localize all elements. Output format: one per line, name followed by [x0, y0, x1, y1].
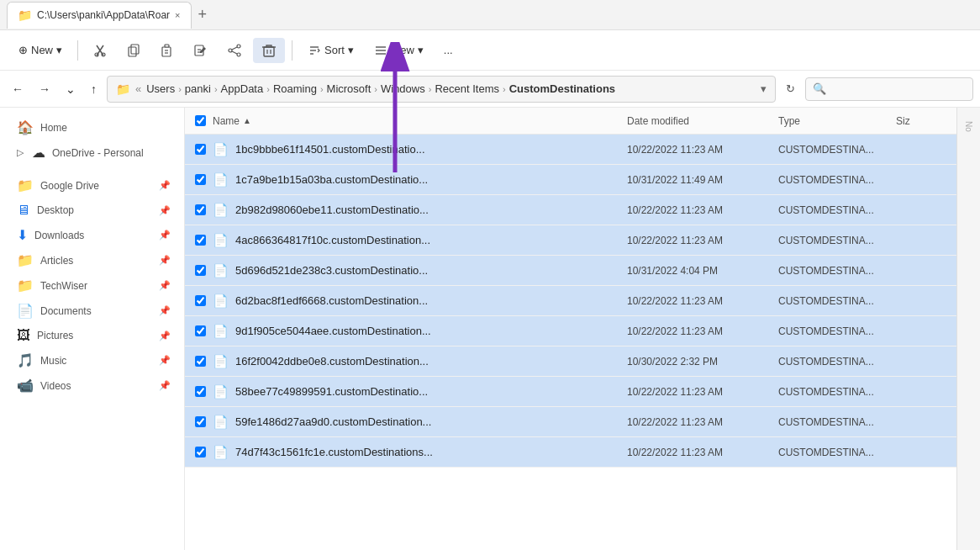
bc-windows[interactable]: Windows [381, 82, 425, 95]
rename-button[interactable] [186, 39, 216, 62]
bc-roaming[interactable]: Roaming [273, 82, 317, 95]
delete-icon [261, 43, 277, 58]
new-icon: ⊕ [18, 44, 28, 56]
new-button[interactable]: ⊕ New ▾ [10, 39, 71, 61]
bc-users[interactable]: Users [146, 82, 175, 95]
row-checkbox[interactable] [195, 325, 206, 336]
sidebar-downloads-label: Downloads [34, 230, 84, 241]
address-double-chevron: « [135, 82, 141, 95]
back-button[interactable]: ← [7, 77, 29, 101]
sidebar-item-pictures[interactable]: 🖼 Pictures 📌 [3, 324, 181, 347]
bc-panki[interactable]: panki [185, 82, 211, 95]
bc-microsoft[interactable]: Microsoft [327, 82, 371, 95]
up-button[interactable]: ↑ [86, 77, 102, 101]
sidebar-item-downloads[interactable]: ⬇ Downloads 📌 [3, 223, 181, 247]
table-row[interactable]: 📄9d1f905ce5044aee.customDestination...10… [185, 316, 956, 346]
bc-appdata[interactable]: AppData [221, 82, 264, 95]
table-row[interactable]: 📄2b982d98060ebe11.customDestinatio...10/… [185, 195, 956, 225]
file-date: 10/30/2022 2:32 PM [627, 356, 778, 368]
col-name-header[interactable]: Name ▲ [213, 115, 627, 127]
table-row[interactable]: 📄6d2bac8f1edf6668.customDestination...10… [185, 286, 956, 316]
table-row[interactable]: 📄1bc9bbbe61f14501.customDestinatio...10/… [185, 135, 956, 165]
sep5: › [374, 84, 377, 94]
sort-button[interactable]: Sort ▾ [299, 39, 362, 62]
file-date: 10/31/2022 4:04 PM [627, 265, 778, 277]
sidebar-documents-label: Documents [40, 305, 92, 317]
row-checkbox[interactable] [195, 356, 206, 367]
file-icon: 📄 [213, 415, 229, 430]
file-icon: 📄 [213, 445, 229, 460]
pin-icon-techwiser: 📌 [159, 280, 171, 291]
pin-icon-pictures: 📌 [159, 331, 171, 341]
svg-point-13 [237, 45, 240, 48]
copy-button[interactable] [119, 39, 149, 62]
table-row[interactable]: 📄74d7f43c1561fc1e.customDestinations...1… [185, 437, 956, 468]
select-all-checkbox[interactable] [195, 115, 206, 126]
row-checkbox[interactable] [195, 416, 206, 427]
col-type-header[interactable]: Type [778, 115, 896, 127]
sidebar-techwiser-label: TechWiser [40, 280, 87, 292]
file-icon: 📄 [213, 263, 229, 278]
cut-button[interactable] [85, 39, 115, 62]
documents-icon: 📄 [17, 303, 34, 319]
pin-icon-googledrive: 📌 [159, 180, 171, 191]
row-checkbox[interactable] [195, 295, 206, 306]
svg-point-14 [229, 49, 232, 52]
address-bar[interactable]: 📁 « Users › panki › AppData › Roaming › … [107, 76, 776, 103]
sidebar-item-techwiser[interactable]: 📁 TechWiser 📌 [3, 273, 181, 298]
table-row[interactable]: 📄59fe1486d27aa9d0.customDestination...10… [185, 407, 956, 437]
table-row[interactable]: 📄16f2f0042ddbe0e8.customDestination...10… [185, 346, 956, 377]
sidebar-googledrive-label: Google Drive [40, 180, 99, 192]
row-checkbox[interactable] [195, 174, 206, 185]
row-checkbox[interactable] [195, 447, 206, 457]
row-checkbox[interactable] [195, 144, 206, 155]
search-box[interactable]: 🔍 [805, 77, 973, 101]
bc-customdest[interactable]: CustomDestinations [509, 82, 615, 95]
bc-recentitems[interactable]: Recent Items [435, 82, 499, 95]
sidebar-item-articles[interactable]: 📁 Articles 📌 [3, 248, 181, 272]
file-icon: 📄 [213, 233, 229, 248]
table-row[interactable]: 📄1c7a9be1b15a03ba.customDestinatio...10/… [185, 165, 956, 195]
sidebar-item-desktop[interactable]: 🖥 Desktop 📌 [3, 198, 181, 222]
sidebar-item-googledrive[interactable]: 📁 Google Drive 📌 [3, 173, 181, 198]
toolbar-separator-1 [77, 40, 78, 61]
file-date: 10/22/2022 11:23 AM [627, 447, 778, 458]
refresh-button[interactable]: ↻ [781, 77, 800, 100]
tab-close-button[interactable]: × [175, 10, 180, 20]
sidebar-music-label: Music [40, 355, 66, 367]
new-tab-button[interactable]: + [192, 3, 214, 27]
sidebar-item-documents[interactable]: 📄 Documents 📌 [3, 299, 181, 323]
table-row[interactable]: 📄4ac866364817f10c.customDestination...10… [185, 225, 956, 256]
table-row[interactable]: 📄58bee77c49899591.customDestinatio...10/… [185, 377, 956, 407]
browser-tab[interactable]: 📁 C:\Users\panki\AppData\Roar × [7, 2, 192, 29]
sidebar-item-onedrive[interactable]: ▷ ☁ OneDrive - Personal [3, 140, 181, 165]
share-button[interactable] [219, 39, 250, 62]
view-button[interactable]: View ▾ [366, 39, 432, 62]
table-row[interactable]: 📄5d696d521de238c3.customDestinatio...10/… [185, 256, 956, 286]
col-size-header[interactable]: Siz [896, 115, 946, 127]
file-header: Name ▲ Date modified Type Siz [185, 108, 956, 135]
forward-button[interactable]: → [34, 77, 55, 101]
more-button[interactable]: ... [435, 39, 461, 61]
sidebar-item-videos[interactable]: 📹 Videos 📌 [3, 373, 181, 398]
delete-button[interactable] [253, 38, 285, 63]
row-checkbox[interactable] [195, 204, 206, 215]
file-icon: 📄 [213, 294, 229, 309]
file-name: 1c7a9be1b15a03ba.customDestinatio... [235, 173, 627, 186]
pin-icon-downloads: 📌 [159, 230, 171, 241]
address-chevron-icon[interactable]: ▾ [761, 82, 767, 95]
videos-icon: 📹 [17, 378, 34, 394]
name-sort-icon: ▲ [243, 116, 251, 125]
row-checkbox[interactable] [195, 265, 206, 276]
sidebar-item-music[interactable]: 🎵 Music 📌 [3, 348, 181, 373]
sidebar-item-home[interactable]: 🏠 Home [3, 115, 181, 140]
row-checkbox[interactable] [195, 235, 206, 246]
new-label: New [31, 44, 53, 56]
file-date: 10/22/2022 11:23 AM [627, 144, 778, 156]
recent-button[interactable]: ⌄ [61, 77, 81, 101]
sort-dropdown-icon: ▾ [348, 44, 354, 56]
sep2: › [214, 84, 218, 94]
paste-button[interactable] [152, 39, 182, 62]
row-checkbox[interactable] [195, 386, 206, 397]
col-date-header[interactable]: Date modified [627, 115, 778, 127]
